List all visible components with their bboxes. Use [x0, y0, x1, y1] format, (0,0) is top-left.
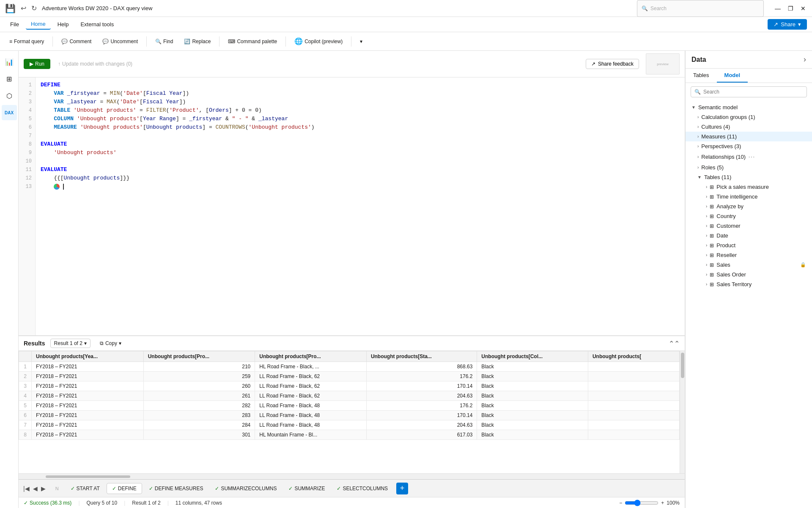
code-line-7 [41, 132, 680, 140]
tree-country[interactable]: › ⊞ Country [686, 211, 812, 221]
close-button[interactable]: ✕ [799, 5, 807, 12]
sidebar-icon-table[interactable]: ⊞ [2, 71, 17, 86]
zoom-in-button[interactable]: + [661, 500, 664, 506]
share-button[interactable]: ↗ Share ▾ [768, 19, 807, 30]
code-line-9: 'Unbought products' [41, 149, 680, 157]
panel-search-input[interactable] [703, 89, 803, 95]
run-button[interactable]: ▶ Run [24, 59, 50, 69]
minimize-button[interactable]: — [774, 5, 782, 12]
tree-customer[interactable]: › ⊞ Customer [686, 221, 812, 231]
copilot-button[interactable]: 🌐 Copilot (preview) [290, 36, 347, 47]
collapse-results-button[interactable]: ⌃⌃ [669, 340, 680, 348]
tab-summarize[interactable]: ✓ SUMMARIZE [283, 483, 330, 494]
chevron-right-icon: › [706, 253, 707, 257]
status-query: Query 5 of 10 [87, 500, 118, 506]
tab-summarize-columns[interactable]: ✓ SUMMARIZECOLUMNS [210, 483, 282, 494]
menu-item-external-tools[interactable]: External tools [75, 19, 119, 29]
result-selector[interactable]: Result 1 of 2 ▾ [50, 339, 91, 348]
cell-extra [588, 420, 679, 430]
tab-start-at[interactable]: ✓ START AT [66, 483, 105, 494]
tree-semantic-model[interactable]: ▼ Semantic model [686, 102, 812, 112]
comment-icon: 💬 [61, 39, 68, 44]
toolbar-expand-button[interactable]: ▾ [356, 37, 367, 46]
share-feedback-button[interactable]: ↗ Share feedback [586, 59, 639, 69]
zoom-slider[interactable] [625, 500, 658, 506]
global-search-box[interactable]: 🔍 Search [637, 0, 764, 17]
command-palette-button[interactable]: ⌨ Command palette [224, 37, 281, 46]
tab-next-button[interactable]: ▶ [40, 484, 47, 493]
menu-item-help[interactable]: Help [52, 19, 74, 29]
replace-icon: 🔄 [184, 39, 190, 44]
menu-item-home[interactable]: Home [26, 19, 51, 30]
tree-relationships[interactable]: › Relationships (10) ⋯ [686, 151, 812, 163]
chevron-right-icon: › [697, 165, 699, 170]
code-line-1: DEFINE [41, 81, 680, 89]
sidebar-icon-dax[interactable]: DAX [2, 105, 17, 120]
zoom-out-button[interactable]: − [619, 500, 622, 506]
tab-prev-button[interactable]: ◀ [32, 484, 39, 493]
toolbar-separator-3 [219, 36, 219, 47]
sidebar-icon-report[interactable]: 📊 [2, 54, 17, 69]
tree-measures[interactable]: › Measures (11) [686, 132, 812, 141]
results-header: Results Result 1 of 2 ▾ ⧉ Copy ▾ ⌃⌃ [19, 336, 685, 351]
replace-button[interactable]: 🔄 Replace [180, 37, 215, 46]
tree-tables[interactable]: ▼ Tables (11) [686, 172, 812, 182]
tree-roles[interactable]: › Roles (5) [686, 163, 812, 172]
tree-cultures[interactable]: › Cultures (4) [686, 122, 812, 132]
cell-extra [588, 391, 679, 401]
maximize-button[interactable]: ❐ [787, 5, 794, 12]
tree-sales-territory[interactable]: › ⊞ Sales Territory [686, 279, 812, 289]
copy-button[interactable]: ⧉ Copy ▾ [96, 339, 126, 348]
tab-check-icon-5: ✓ [288, 486, 293, 491]
sidebar-icons: 📊 ⊞ ⬡ DAX [0, 51, 19, 508]
cell-standard-cost: 170.14 [366, 411, 477, 420]
tab-tables[interactable]: Tables [686, 69, 717, 83]
scroll-thumb-h[interactable] [46, 475, 130, 478]
tree-analyze-by[interactable]: › ⊞ Analyze by [686, 202, 812, 211]
uncomment-button[interactable]: 💬 Uncomment [98, 37, 142, 46]
tab-define[interactable]: ✓ DEFINE [107, 483, 142, 494]
vertical-scrollbar[interactable] [680, 351, 685, 473]
update-icon: ↑ [58, 61, 60, 67]
add-tab-button[interactable]: + [396, 483, 408, 494]
success-icon: ✓ [24, 500, 28, 506]
menu-item-file[interactable]: File [5, 19, 24, 29]
update-model-button[interactable]: ↑ Update model with changes (0) [54, 59, 137, 69]
tab-select-columns[interactable]: ✓ SELECTCOLUMNS [332, 483, 393, 494]
code-line-10 [41, 157, 680, 166]
cell-product-name: LL Road Frame - Black, 48 [255, 401, 367, 411]
results-table-wrap[interactable]: Unbought products[Yea... Unbought produc… [19, 351, 685, 473]
redo-btn[interactable]: ↻ [31, 4, 37, 12]
tree-date[interactable]: › ⊞ Date [686, 231, 812, 240]
table-icon: ⊞ [710, 213, 714, 219]
format-query-button[interactable]: ≡ Format query [5, 37, 48, 46]
chevron-right-icon: › [697, 124, 699, 129]
find-button[interactable]: 🔍 Find [151, 37, 177, 46]
horizontal-scrollbar[interactable] [19, 473, 685, 479]
more-icon[interactable]: ⋯ [748, 153, 755, 161]
tree-time-intelligence[interactable]: › ⊞ Time intelligence [686, 192, 812, 202]
panel-search[interactable]: 🔍 [691, 86, 807, 97]
tab-N[interactable]: N [50, 484, 64, 493]
collapse-panel-button[interactable]: › [804, 55, 806, 64]
tree-perspectives[interactable]: › Perspectives (3) [686, 141, 812, 151]
zoom-control[interactable]: − + 100% [619, 500, 680, 506]
tab-model[interactable]: Model [717, 69, 748, 83]
tree-pick-sales[interactable]: › ⊞ Pick a sales measure [686, 182, 812, 192]
code-editor[interactable]: 1 2 3 4 5 6 7 8 9 10 11 12 13 DEFINE VAR… [19, 77, 685, 335]
comment-button[interactable]: 💬 Comment [57, 37, 96, 46]
scroll-thumb[interactable] [681, 353, 684, 378]
tab-define-measures[interactable]: ✓ DEFINE MEASURES [144, 483, 208, 494]
zoom-level: 100% [667, 500, 680, 506]
tab-prev-prev-button[interactable]: |◀ [22, 484, 31, 493]
tree-calculation-groups[interactable]: › Calculation groups (1) [686, 112, 812, 122]
code-content[interactable]: DEFINE VAR _firstyear = MIN('Date'[Fisca… [36, 77, 685, 335]
status-success: ✓ Success (36.3 ms) [24, 500, 71, 506]
sidebar-icon-model[interactable]: ⬡ [2, 88, 17, 103]
tree-product[interactable]: › ⊞ Product [686, 240, 812, 250]
cell-product-name: LL Road Frame - Black, 48 [255, 411, 367, 420]
tree-sales-order[interactable]: › ⊞ Sales Order [686, 270, 812, 279]
undo-btn[interactable]: ↩ [21, 4, 26, 12]
tree-reseller[interactable]: › ⊞ Reseller [686, 250, 812, 260]
tree-sales[interactable]: › ⊞ Sales 🔒 [686, 260, 812, 270]
